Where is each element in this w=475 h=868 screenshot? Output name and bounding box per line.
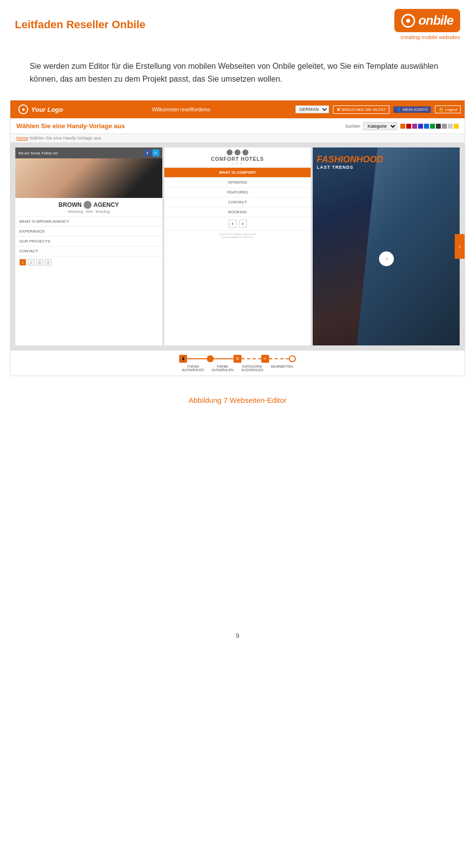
swatch-yellow[interactable] (454, 124, 459, 129)
ch-hotel-title: CONFORT HOTELS (167, 156, 308, 162)
editor-screenshot: Your Logo Willkommen resellfordemo GERMA… (10, 100, 465, 376)
ba-hero-bg (15, 158, 162, 198)
step-2-label: FARBEAUSWÄHLEN (208, 365, 238, 372)
swatch-gray[interactable] (442, 124, 447, 129)
fh-brand-title: FASHIONHOOD (317, 155, 383, 164)
fh-play-icon: › (386, 255, 388, 262)
step-4-label: BEARBEITEN (267, 365, 297, 368)
ch-header-icons (167, 149, 308, 155)
ch-nav-opinions[interactable]: OPINIONS (164, 178, 311, 188)
ch-nav-features[interactable]: FEATURES (164, 188, 311, 197)
ch-tw-btn[interactable]: t (239, 220, 247, 228)
ch-social: f t (164, 217, 311, 231)
ba-social-icons: f ✓ (144, 149, 159, 156)
ba-page-1[interactable]: 1 (19, 259, 26, 266)
ch-nav-booking[interactable]: BOOKING (164, 207, 311, 217)
toolbar-labels: THEMAAUSWÄHLEN FARBEAUSWÄHLEN KATEGORIEA… (178, 365, 297, 372)
body-paragraph: Sie werden zum Editor für die Erstellung… (0, 45, 475, 95)
template-confort-hotels[interactable]: CONFORT HOTELS • • • WHAT IS CONFORT OPI… (164, 147, 311, 345)
breadcrumb-home[interactable]: Home (16, 136, 28, 141)
ba-nav: WHAT IS BROWN AGENCY EXPERIENCE OUR PROJ… (15, 217, 162, 256)
ba-nav-item-experience[interactable]: EXPERIENCE (15, 227, 162, 237)
logout-button[interactable]: 🔒 Logout (435, 105, 461, 113)
category-select[interactable]: Kategorie (363, 122, 397, 130)
ba-pagination: 1 2 3 4 (15, 256, 162, 268)
swatch-blue[interactable] (418, 124, 423, 129)
nav-logo-label: Your Logo (31, 106, 63, 113)
color-swatches (400, 124, 459, 129)
swatch-dark[interactable] (436, 124, 441, 129)
search-label: Suchen (345, 124, 360, 129)
page-title: Leitfaden Reseller Onbile (15, 18, 145, 31)
step-line-3 (241, 358, 261, 359)
ba-hero-image (15, 158, 162, 198)
step-1-label: THEMAAUSWÄHLEN (178, 365, 208, 372)
subheader-title: Wählen Sie eine Handy-Vorlage aus (16, 122, 125, 130)
ba-facebook-icon: f (144, 149, 151, 156)
onbile-logo: onbile (394, 9, 460, 32)
fh-figure (357, 147, 460, 345)
fh-play-button[interactable]: › (379, 251, 394, 266)
search-area: Suchen Kategorie (345, 122, 459, 130)
template-brown-agency[interactable]: We are Social. Follow Us! f ✓ BROWN AGEN… (15, 147, 162, 345)
ba-page-4[interactable]: 4 (45, 259, 51, 266)
ba-nav-item-projects[interactable]: OUR PROJECTS (15, 237, 162, 246)
page-number: 9 (0, 612, 475, 659)
body-text-content: Sie werden zum Editor für die Erstellung… (30, 62, 438, 83)
ba-logo-subtitle: Marketing · Web · Branding (18, 210, 159, 213)
nav-logo-circle-icon (18, 104, 28, 114)
swatch-orange[interactable] (400, 124, 405, 129)
help-x-icon: ✕ (336, 107, 340, 112)
ba-logo-title: BROWN AGENCY (18, 201, 159, 209)
step-4-edit-icon: ✏ (261, 355, 269, 363)
ba-logo-section: BROWN AGENCY Marketing · Web · Branding (15, 198, 162, 217)
ba-nav-item-what[interactable]: WHAT IS BROWN AGENCY (15, 217, 162, 227)
account-label: MEIN KONTO (403, 107, 428, 112)
person-icon: 👤 (396, 107, 401, 112)
step-3-grid-icon: ⊞ (234, 355, 241, 363)
step-3-label: KATEGORIEAUSWÄHLEN (238, 365, 267, 372)
ch-nav-contact[interactable]: CONTACT (164, 197, 311, 207)
swatch-lightgray[interactable] (448, 124, 453, 129)
caption-text: Abbildung 7 Webseiten-Editor (189, 396, 286, 404)
swatch-red[interactable] (406, 124, 411, 129)
swatch-green[interactable] (430, 124, 435, 129)
fh-brand-subtitle: LAST TRENDS (317, 165, 383, 170)
lock-icon: 🔒 (438, 107, 444, 112)
ba-header: We are Social. Follow Us! f ✓ (15, 147, 162, 158)
ch-fb-btn[interactable]: f (229, 220, 237, 228)
ba-page-3[interactable]: 3 (36, 259, 43, 266)
page-header: Leitfaden Reseller Onbile onbile creatin… (0, 0, 475, 45)
editor-subheader: Wählen Sie eine Handy-Vorlage aus Suchen… (10, 118, 465, 134)
help-button[interactable]: ✕ BRAUCHEN SIE HILFE? (333, 105, 389, 114)
next-template-arrow[interactable]: › (455, 234, 465, 259)
ch-nav-what[interactable]: WHAT IS CONFORT (164, 168, 311, 178)
ba-page-2[interactable]: 2 (28, 259, 35, 266)
template-fashionhood[interactable]: FASHIONHOOD LAST TRENDS › (313, 147, 460, 345)
step-2-node (207, 355, 214, 362)
step-line-4 (269, 358, 289, 359)
fh-overlay-text: FASHIONHOOD LAST TRENDS (317, 155, 383, 170)
step-line-2 (214, 358, 234, 359)
page-number-text: 9 (236, 632, 239, 639)
step-1-phone-icon: 📱 (179, 355, 187, 363)
step-line-1 (187, 358, 207, 359)
breadcrumb: Home Wählen Sie eine Handy-Vorlage aus (10, 134, 465, 143)
logo-subtitle: creating mobile websites (401, 34, 460, 40)
figure-caption: Abbildung 7 Webseiten-Editor (0, 386, 475, 414)
ch-hotel-subtitle: • • • (167, 162, 308, 165)
swatch-lightblue[interactable] (424, 124, 429, 129)
swatch-purple[interactable] (412, 124, 417, 129)
editor-navbar: Your Logo Willkommen resellfordemo GERMA… (10, 100, 465, 118)
ba-nav-item-contact[interactable]: CONTACT (15, 246, 162, 256)
toolbar-steps: 📱 ⊞ ✏ (179, 355, 296, 363)
ch-header: CONFORT HOTELS • • • (164, 147, 311, 168)
ch-icon-1 (227, 149, 233, 155)
ch-footer: Confort All Rights ReservedDesarrollado.… (164, 231, 311, 241)
account-button[interactable]: 👤 MEIN KONTO (393, 106, 431, 113)
fh-background: FASHIONHOOD LAST TRENDS › (313, 147, 460, 345)
ch-nav: WHAT IS CONFORT OPINIONS FEATURES CONTAC… (164, 168, 311, 217)
logo-area: onbile creating mobile websites (394, 9, 460, 40)
nav-logo: Your Logo (14, 102, 67, 116)
language-select[interactable]: GERMAN (295, 105, 329, 113)
